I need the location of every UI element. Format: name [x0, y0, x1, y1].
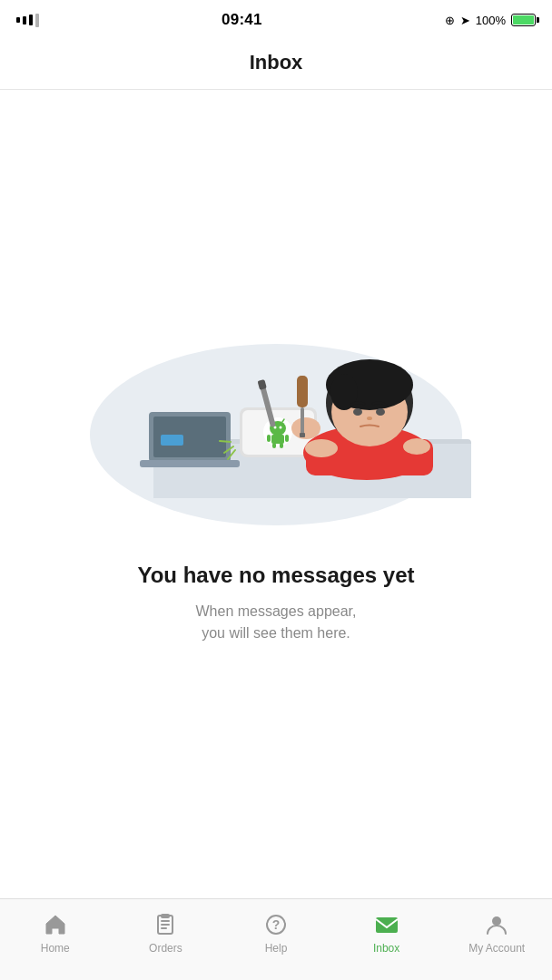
- svg-rect-45: [161, 914, 170, 918]
- tab-home-label: Home: [41, 942, 70, 955]
- tab-help-label: Help: [265, 942, 288, 955]
- battery-icon: [511, 14, 536, 26]
- tab-inbox-label: Inbox: [373, 942, 399, 955]
- svg-point-12: [280, 426, 282, 429]
- main-content: You have no messages yet When messages a…: [0, 40, 552, 898]
- battery-fill: [513, 15, 534, 24]
- svg-rect-15: [271, 435, 284, 444]
- signal-bar-4: [35, 14, 39, 27]
- battery-percent-text: 100%: [476, 14, 506, 27]
- tab-bar: Home Orders ? Help: [0, 898, 552, 980]
- subtitle-line1: When messages appear,: [196, 603, 357, 619]
- help-icon: ?: [263, 912, 289, 937]
- tab-orders[interactable]: Orders: [111, 908, 222, 955]
- svg-rect-39: [301, 407, 304, 435]
- svg-rect-40: [300, 433, 305, 437]
- svg-point-11: [274, 426, 277, 429]
- svg-point-27: [305, 439, 338, 457]
- svg-point-37: [291, 417, 320, 439]
- signal-bar-3: [29, 15, 33, 25]
- tab-help[interactable]: ? Help: [221, 908, 331, 955]
- signal-bar-1: [16, 17, 20, 23]
- svg-rect-19: [280, 443, 283, 448]
- svg-point-34: [353, 408, 362, 416]
- navigation-icon: ➤: [460, 14, 470, 27]
- home-icon: [43, 912, 68, 937]
- status-bar: 09:41 ⊕ ➤ 100%: [0, 0, 552, 40]
- status-right-icons: ⊕ ➤ 100%: [445, 14, 536, 27]
- svg-point-28: [403, 438, 430, 455]
- svg-point-36: [367, 416, 372, 420]
- subtitle-line2: you will see them here.: [202, 625, 350, 641]
- location-icon: ⊕: [445, 14, 455, 27]
- signal-bar-2: [23, 16, 26, 24]
- account-icon: [484, 912, 509, 937]
- svg-point-35: [376, 408, 385, 416]
- orders-icon: [153, 912, 178, 937]
- svg-rect-38: [297, 376, 308, 407]
- svg-rect-6: [161, 435, 183, 446]
- signal-strength: [16, 14, 39, 27]
- svg-rect-5: [140, 460, 240, 467]
- tab-my-account[interactable]: My Account: [441, 908, 552, 955]
- inbox-icon: [374, 912, 399, 937]
- inbox-illustration-svg: [81, 294, 471, 530]
- svg-rect-18: [272, 443, 276, 448]
- tab-my-account-label: My Account: [468, 942, 525, 955]
- tab-orders-label: Orders: [149, 942, 182, 955]
- svg-rect-48: [376, 917, 398, 933]
- svg-rect-17: [285, 435, 289, 442]
- svg-text:?: ?: [272, 917, 281, 932]
- svg-point-49: [492, 916, 501, 926]
- empty-state-subtitle: When messages appear, you will see them …: [196, 601, 357, 644]
- empty-state-title: You have no messages yet: [137, 563, 414, 588]
- svg-line-23: [220, 441, 231, 442]
- tab-inbox[interactable]: Inbox: [331, 908, 442, 955]
- tab-home[interactable]: Home: [0, 908, 111, 955]
- empty-state-illustration: [81, 294, 471, 530]
- svg-rect-16: [267, 435, 271, 442]
- status-time: 09:41: [222, 11, 262, 29]
